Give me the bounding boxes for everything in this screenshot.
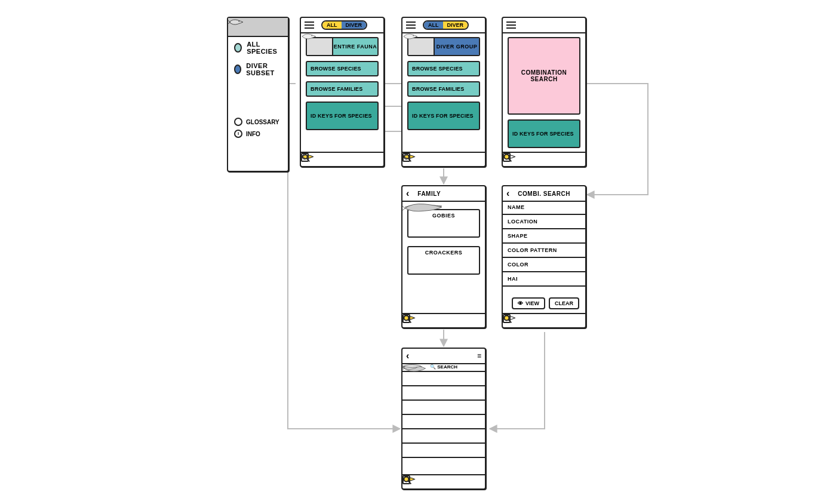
search-icon: 🔍 — [430, 364, 436, 370]
species-row[interactable] — [402, 415, 485, 429]
species-row[interactable] — [402, 401, 485, 415]
drawer-glossary-label: GLOSSARY — [246, 119, 279, 125]
filter-habitat-label: HABITAT — [508, 276, 517, 282]
back-icon[interactable]: ‹ — [406, 188, 409, 199]
tabbar — [402, 474, 485, 488]
family-card-label: CROACKERS — [411, 250, 477, 256]
family-screen: ‹ FAMILY GOBIES CROACKERS — [401, 185, 486, 328]
svg-rect-25 — [403, 476, 410, 484]
fish-icon — [228, 18, 244, 26]
browse-species-button[interactable]: BROWSE SPECIES — [407, 61, 480, 76]
svg-rect-16 — [503, 153, 510, 161]
svg-line-15 — [509, 159, 512, 162]
browse-families-button[interactable]: BROWSE FAMILIES — [306, 81, 379, 97]
drawer-opt-all[interactable]: ALL SPECIES — [228, 37, 288, 59]
tabbar — [503, 313, 585, 327]
back-icon[interactable]: ‹ — [506, 188, 509, 199]
svg-rect-13 — [403, 153, 410, 161]
all-diver-toggle[interactable]: ALL DIVER — [321, 20, 367, 30]
filter-colorpat[interactable]: COLOR PATTERN — [503, 242, 585, 257]
banner-diver-label: DIVER GROUP — [435, 38, 479, 55]
species-row[interactable] — [402, 386, 485, 401]
drawer-info-label: INFO — [246, 131, 260, 137]
clear-button[interactable]: CLEAR — [549, 297, 579, 309]
filter-color[interactable]: COLOR — [503, 257, 585, 271]
fish-icon — [307, 38, 333, 55]
fish-icon — [411, 219, 477, 234]
drawer-opt-all-label: ALL SPECIES — [247, 41, 282, 55]
combi-header: COMBI. SEARCH — [518, 190, 570, 197]
svg-point-7 — [302, 154, 307, 159]
browse-families-button[interactable]: BROWSE FAMILIES — [407, 81, 480, 97]
drawer-opt-diver-label: DIVER SUBSET — [246, 62, 282, 76]
id-keys-button[interactable]: ID KEYS FOR SPECIES — [508, 119, 580, 148]
svg-point-11 — [404, 154, 408, 159]
family-card-label: GOBIES — [411, 213, 477, 219]
svg-rect-19 — [403, 315, 410, 322]
toggle-all[interactable]: ALL — [424, 21, 443, 29]
filter-shape[interactable]: SHAPE — [503, 228, 585, 242]
banner-diver-group: DIVER GROUP — [407, 37, 480, 56]
browse-species-button[interactable]: BROWSE SPECIES — [306, 61, 379, 76]
toggle-all[interactable]: ALL — [322, 21, 342, 29]
drawer-opt-diver[interactable]: DIVER SUBSET — [228, 59, 288, 80]
svg-point-14 — [504, 154, 509, 159]
menu-icon[interactable] — [506, 21, 516, 29]
home-diver-screen: ALL DIVER DIVER GROUP BROWSE SPECIES BRO… — [401, 17, 486, 167]
tabbar — [301, 152, 383, 166]
filter-habitat[interactable]: HABITAT — [503, 271, 585, 287]
view-button-label: VIEW — [525, 300, 539, 306]
combination-search-label: COMBINATION SEARCH — [509, 69, 579, 82]
radio-icon — [234, 43, 242, 53]
filter-name[interactable]: NAME — [503, 201, 585, 214]
sort-icon[interactable]: ≡ — [477, 352, 481, 360]
svg-line-12 — [408, 159, 411, 162]
svg-point-20 — [504, 315, 509, 320]
species-list-screen: ‹ ≡ 🔍 SEARCH — [401, 348, 486, 490]
combination-search-card[interactable]: COMBINATION SEARCH — [508, 37, 580, 115]
view-button[interactable]: 👁 VIEW — [512, 297, 545, 309]
drawer-info[interactable]: i INFO — [228, 128, 288, 140]
fish-icon — [408, 38, 435, 55]
banner-entire-fauna: ENTIRE FAUNA — [306, 37, 379, 56]
svg-point-23 — [404, 477, 408, 481]
svg-rect-22 — [503, 315, 510, 322]
menu-icon[interactable] — [406, 21, 416, 29]
drawer-logo-bar — [228, 18, 288, 37]
id-keys-button[interactable]: ID KEYS FOR SPECIES — [407, 102, 480, 130]
species-row[interactable] — [402, 429, 485, 444]
menu-icon[interactable] — [305, 21, 314, 29]
species-row[interactable] — [402, 372, 485, 386]
circle-icon — [234, 118, 242, 126]
svg-line-8 — [307, 159, 310, 162]
svg-line-21 — [509, 320, 512, 323]
tabbar — [503, 152, 585, 166]
radio-icon — [234, 64, 241, 74]
back-icon[interactable]: ‹ — [406, 351, 409, 361]
fish-icon — [411, 256, 477, 271]
svg-rect-9 — [302, 153, 308, 161]
family-card-gobies[interactable]: GOBIES — [407, 209, 480, 238]
svg-line-18 — [408, 320, 411, 323]
combi-detail-screen: ‹ COMBI. SEARCH NAME LOCATION SHAPE COLO… — [502, 185, 586, 328]
search-bar[interactable]: 🔍 SEARCH — [402, 363, 485, 372]
svg-point-17 — [404, 315, 408, 320]
tabbar — [402, 152, 485, 166]
tabbar — [402, 313, 485, 327]
family-header: FAMILY — [417, 190, 441, 197]
banner-entire-label: ENTIRE FAUNA — [333, 38, 377, 55]
svg-point-5 — [238, 21, 239, 22]
species-row[interactable] — [402, 444, 485, 458]
toggle-diver[interactable]: DIVER — [342, 21, 367, 29]
eye-icon: 👁 — [518, 300, 523, 306]
drawer-screen: ALL SPECIES DIVER SUBSET GLOSSARY i INFO — [227, 17, 289, 172]
drawer-glossary[interactable]: GLOSSARY — [228, 116, 288, 128]
toggle-diver[interactable]: DIVER — [443, 21, 468, 29]
combi-home-screen: COMBINATION SEARCH ID KEYS FOR SPECIES — [502, 17, 586, 167]
home-all-screen: ALL DIVER ENTIRE FAUNA BROWSE SPECIES BR… — [300, 17, 385, 167]
svg-line-24 — [408, 481, 411, 484]
id-keys-button[interactable]: ID KEYS FOR SPECIES — [306, 102, 379, 130]
family-card-croackers[interactable]: CROACKERS — [407, 246, 480, 275]
all-diver-toggle[interactable]: ALL DIVER — [423, 20, 469, 30]
filter-location[interactable]: LOCATION — [503, 214, 585, 228]
